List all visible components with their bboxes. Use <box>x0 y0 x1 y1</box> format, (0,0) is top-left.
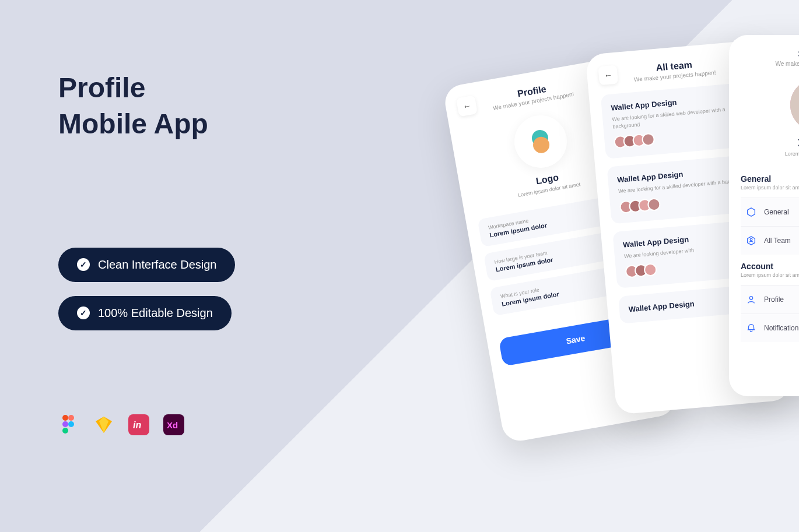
svg-point-0 <box>62 415 68 421</box>
settings-subtitle: We make your projects happen! <box>741 61 799 67</box>
title-line-1: Profile <box>58 70 235 106</box>
user-name: Xinnthin <box>741 138 799 149</box>
svg-point-17 <box>750 238 752 241</box>
svg-marker-15 <box>748 208 755 216</box>
item-label: General <box>764 208 789 216</box>
title-line-2: Mobile App <box>58 106 235 142</box>
back-button[interactable]: ← <box>598 65 618 86</box>
settings-item-profile[interactable]: Profile <box>741 285 799 313</box>
invision-icon: in <box>128 414 149 435</box>
svg-point-3 <box>68 421 74 427</box>
svg-rect-11 <box>790 79 799 131</box>
settings-title: Settings <box>741 49 799 59</box>
user-icon <box>745 294 757 305</box>
back-button[interactable]: ← <box>456 95 478 117</box>
check-icon: ✓ <box>77 258 90 271</box>
feature-pill-2: ✓ 100% Editable Design <box>58 296 232 330</box>
account-section-sub: Lorem ipsum dolor sit amet <box>741 272 799 278</box>
xd-icon: Xd <box>163 414 184 435</box>
svg-point-18 <box>749 297 752 300</box>
item-label: Profile <box>764 295 784 304</box>
user-hexagon-icon <box>745 235 757 246</box>
tool-icons-row: in Xd <box>58 414 235 435</box>
user-sub: Lorem ipsum dolor sit amet <box>741 151 799 157</box>
item-label: All Team <box>764 237 791 245</box>
settings-item-all-team[interactable]: All Team <box>741 226 799 255</box>
phone-settings: Settings We make your projects happen! X… <box>729 35 799 396</box>
figma-icon <box>58 414 79 435</box>
general-section-title: General <box>741 174 799 184</box>
general-section-sub: Lorem ipsum dolor sit amet <box>741 185 799 191</box>
pill-1-text: Clean Interface Design <box>98 258 216 272</box>
feature-pill-1: ✓ Clean Interface Design <box>58 248 235 282</box>
svg-point-1 <box>68 415 74 421</box>
svg-point-2 <box>62 421 68 427</box>
sketch-icon <box>93 414 114 435</box>
account-section-title: Account <box>741 262 799 271</box>
svg-text:Xd: Xd <box>167 420 178 430</box>
item-label: Notification <box>764 324 798 332</box>
user-avatar[interactable] <box>790 79 799 131</box>
hexagon-icon <box>745 206 757 218</box>
pill-2-text: 100% Editable Design <box>98 306 213 320</box>
settings-item-notification[interactable]: Notification <box>741 313 799 342</box>
logo-avatar[interactable] <box>510 111 571 172</box>
promo-panel: Profile Mobile App ✓ Clean Interface Des… <box>58 70 235 435</box>
promo-title: Profile Mobile App <box>58 70 235 143</box>
bell-icon <box>745 322 757 334</box>
svg-text:in: in <box>133 420 141 430</box>
svg-point-4 <box>62 428 68 434</box>
settings-item-general[interactable]: General <box>741 198 799 226</box>
check-icon: ✓ <box>77 306 90 319</box>
